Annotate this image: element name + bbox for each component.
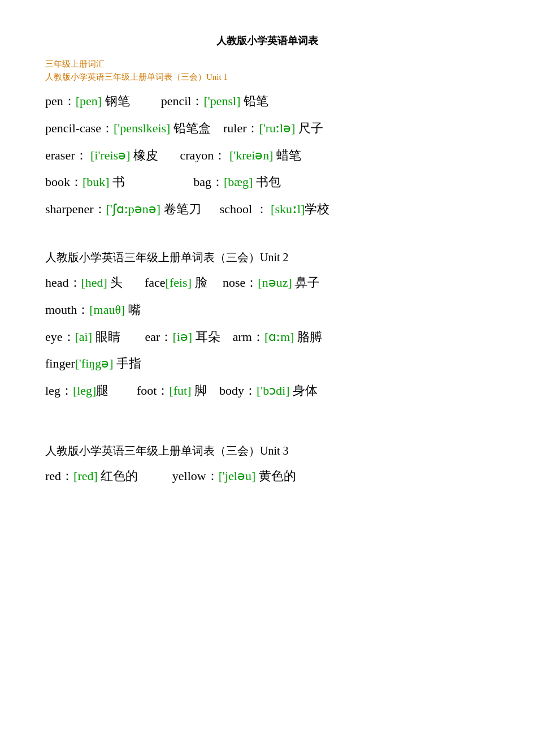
word-book: book	[45, 175, 70, 189]
vocab-line-4: book：[buk] 书 bag：[bæg] 书包	[45, 170, 489, 194]
phonetic-nose: [nəuz]	[258, 275, 292, 290]
meaning-body: 身体	[293, 383, 318, 398]
phonetic-school: [skuːl]	[271, 202, 305, 216]
unit1-vocab: pen：[pen] 钢笔 pencil：['pensl] 铅笔 pencil-c…	[45, 89, 489, 221]
word-pen: pen	[45, 94, 63, 108]
word-arm: arm	[233, 330, 252, 344]
phonetic-crayon: ['kreiən]	[229, 148, 273, 162]
meaning-pencil: 铅笔	[244, 94, 268, 108]
vocab-line-mouth: mouth：[mauθ] 嘴	[45, 298, 489, 322]
meaning-ruler: 尺子	[298, 121, 323, 135]
meaning-book: 书	[112, 175, 125, 189]
phonetic-eraser: [i'reisə]	[90, 148, 131, 162]
phonetic-eye: [ai]	[75, 330, 93, 344]
unit3-section: 人教版小学英语三年级上册单词表（三会）Unit 3 red：[red] 红色的 …	[45, 443, 489, 488]
meaning-nose: 鼻子	[295, 275, 320, 290]
phonetic-foot: [fut]	[169, 383, 191, 398]
word-nose: nose	[223, 275, 245, 290]
meaning-pen: 钢笔	[105, 94, 130, 108]
unit3-title: 人教版小学英语三年级上册单词表（三会）Unit 3	[45, 443, 489, 459]
page-container: 人教版小学英语单词表 三年级上册词汇 人教版小学英语三年级上册单词表（三会）Un…	[45, 34, 489, 488]
unit2-title: 人教版小学英语三年级上册单词表（三会）Unit 2	[45, 250, 489, 265]
meaning-eye: 眼睛	[95, 330, 120, 344]
unit2-vocab: head：[hed] 头 face[feis] 脸 nose：[nəuz] 鼻子…	[45, 271, 489, 403]
phonetic-arm: [ɑːm]	[264, 330, 294, 344]
phonetic-face: [feis]	[166, 275, 192, 290]
meaning-leg: 腿	[96, 383, 108, 398]
unit2-section: 人教版小学英语三年级上册单词表（三会）Unit 2 head：[hed] 头 f…	[45, 250, 489, 403]
word-yellow: yellow	[172, 469, 206, 483]
word-face: face	[145, 275, 166, 290]
vocab-line-1: pen：[pen] 钢笔 pencil：['pensl] 铅笔	[45, 89, 489, 113]
unit1-header: 人教版小学英语三年级上册单词表（三会）Unit 1	[45, 72, 489, 83]
phonetic-ear: [iə]	[172, 330, 192, 344]
vocab-line-5: sharpener：['ʃɑːpənə] 卷笔刀 school ： [skuːl…	[45, 197, 489, 221]
meaning-red: 红色的	[101, 469, 138, 483]
vocab-line-3: eraser： [i'reisə] 橡皮 crayon： ['kreiən] 蜡…	[45, 144, 489, 167]
word-bag: bag	[193, 175, 211, 189]
word-pencil: pencil	[161, 94, 192, 108]
word-body: body	[219, 383, 244, 398]
word-foot: foot	[137, 383, 157, 398]
meaning-face: 脸	[195, 275, 207, 290]
phonetic-pencil: ['pensl]	[203, 94, 240, 108]
word-school: school	[220, 202, 252, 216]
word-ear: ear	[145, 330, 160, 344]
meaning-yellow: 黄色的	[259, 469, 296, 483]
unit3-vocab: red：[red] 红色的 yellow：['jeləu] 黄色的	[45, 464, 489, 488]
phonetic-book: [buk]	[83, 175, 110, 189]
phonetic-body: ['bɔdi]	[257, 383, 290, 398]
phonetic-sharpener: ['ʃɑːpənə]	[106, 202, 161, 216]
word-finger: finger	[45, 356, 75, 370]
word-mouth: mouth	[45, 303, 77, 317]
vocab-line-red: red：[red] 红色的 yellow：['jeləu] 黄色的	[45, 464, 489, 488]
phonetic-finger: ['fiŋgə]	[75, 356, 114, 370]
meaning-bag: 书包	[256, 175, 281, 189]
vocab-line-head: head：[hed] 头 face[feis] 脸 nose：[nəuz] 鼻子	[45, 271, 489, 295]
unit1-section: pen：[pen] 钢笔 pencil：['pensl] 铅笔 pencil-c…	[45, 89, 489, 221]
word-head: head	[45, 275, 69, 290]
meaning-foot: 脚	[194, 383, 207, 398]
word-crayon: crayon	[180, 148, 214, 162]
vocab-line-finger: finger['fiŋgə] 手指	[45, 352, 489, 375]
meaning-ear: 耳朵	[196, 330, 220, 344]
phonetic-pencil-case: ['penslkeis]	[114, 121, 171, 135]
vocab-line-eye: eye：[ai] 眼睛 ear：[iə] 耳朵 arm：[ɑːm] 胳膊	[45, 325, 489, 349]
phonetic-red: [red]	[73, 469, 98, 483]
meaning-finger: 手指	[116, 356, 141, 370]
word-ruler: ruler	[223, 121, 247, 135]
meaning-sharpener: 卷笔刀	[164, 202, 201, 216]
phonetic-head: [hed]	[81, 275, 107, 290]
phonetic-bag: [bæg]	[224, 175, 253, 189]
phonetic-yellow: ['jeləu]	[219, 469, 256, 483]
vocab-line-leg: leg：[leg]腿 foot：[fut] 脚 body：['bɔdi] 身体	[45, 379, 489, 403]
meaning-school: 学校	[305, 202, 329, 216]
vocab-line-2: pencil-case：['penslkeis] 铅笔盒 ruler：['ruː…	[45, 116, 489, 140]
meaning-head: 头	[110, 275, 123, 290]
word-eraser: eraser	[45, 148, 75, 162]
meaning-mouth: 嘴	[128, 303, 141, 317]
phonetic-leg: [leg]	[73, 383, 97, 398]
page-title: 人教版小学英语单词表	[45, 34, 489, 47]
meaning-eraser: 橡皮	[133, 148, 158, 162]
meaning-arm: 胳膊	[297, 330, 322, 344]
word-sharpener: sharpener	[45, 202, 94, 216]
word-eye: eye	[45, 330, 63, 344]
phonetic-pen: [pen]	[76, 94, 102, 108]
phonetic-ruler: ['ruːlə]	[259, 121, 295, 135]
grade-label: 三年级上册词汇	[45, 59, 489, 70]
phonetic-mouth: [mauθ]	[89, 303, 125, 317]
word-pencil-case: pencil-case	[45, 121, 101, 135]
meaning-crayon: 蜡笔	[276, 148, 301, 162]
meaning-pencil-case: 铅笔盒	[173, 121, 211, 135]
word-leg: leg	[45, 383, 60, 398]
word-red: red	[45, 469, 61, 483]
